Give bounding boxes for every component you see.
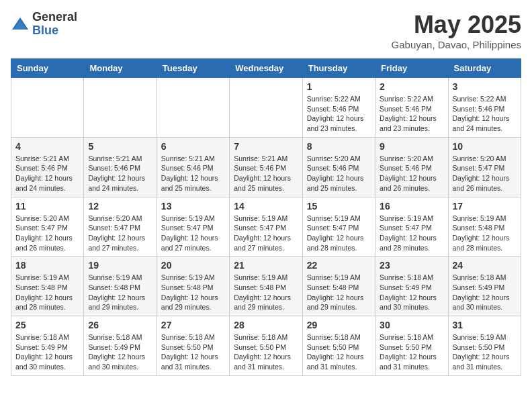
day-info: Sunrise: 5:21 AM Sunset: 5:46 PM Dayligh… (88, 154, 152, 193)
calendar-cell: 30Sunrise: 5:18 AM Sunset: 5:50 PM Dayli… (375, 316, 448, 376)
day-info: Sunrise: 5:22 AM Sunset: 5:46 PM Dayligh… (453, 94, 517, 134)
header-sunday: Sunday (11, 59, 84, 78)
calendar-cell (157, 78, 229, 138)
calendar-cell: 14Sunrise: 5:19 AM Sunset: 5:47 PM Dayli… (230, 197, 302, 257)
day-number: 6 (161, 141, 225, 152)
calendar-cell: 31Sunrise: 5:19 AM Sunset: 5:50 PM Dayli… (448, 316, 521, 376)
day-info: Sunrise: 5:21 AM Sunset: 5:46 PM Dayligh… (15, 154, 79, 193)
week-row-2: 11Sunrise: 5:20 AM Sunset: 5:47 PM Dayli… (11, 197, 521, 257)
day-info: Sunrise: 5:18 AM Sunset: 5:50 PM Dayligh… (307, 332, 371, 372)
day-number: 5 (88, 141, 152, 152)
calendar-cell: 28Sunrise: 5:18 AM Sunset: 5:50 PM Dayli… (230, 316, 302, 376)
day-info: Sunrise: 5:19 AM Sunset: 5:48 PM Dayligh… (307, 273, 371, 312)
calendar-cell: 1Sunrise: 5:22 AM Sunset: 5:46 PM Daylig… (302, 78, 375, 138)
day-number: 23 (380, 260, 443, 271)
day-number: 28 (234, 320, 298, 330)
day-info: Sunrise: 5:20 AM Sunset: 5:46 PM Dayligh… (307, 154, 371, 193)
day-number: 12 (88, 201, 152, 212)
title-block: May 2025 Gabuyan, Davao, Philippines (392, 11, 521, 50)
logo-blue-text: Blue (32, 24, 77, 38)
week-row-3: 18Sunrise: 5:19 AM Sunset: 5:48 PM Dayli… (11, 257, 521, 316)
calendar-cell: 25Sunrise: 5:18 AM Sunset: 5:49 PM Dayli… (11, 316, 84, 376)
day-info: Sunrise: 5:18 AM Sunset: 5:50 PM Dayligh… (380, 332, 443, 372)
day-info: Sunrise: 5:21 AM Sunset: 5:46 PM Dayligh… (234, 154, 298, 193)
logo-icon (11, 15, 30, 34)
day-info: Sunrise: 5:20 AM Sunset: 5:46 PM Dayligh… (380, 154, 443, 193)
day-number: 17 (453, 201, 517, 212)
day-info: Sunrise: 5:19 AM Sunset: 5:47 PM Dayligh… (380, 214, 443, 253)
day-info: Sunrise: 5:18 AM Sunset: 5:50 PM Dayligh… (234, 332, 298, 372)
calendar-cell: 23Sunrise: 5:18 AM Sunset: 5:49 PM Dayli… (375, 257, 448, 316)
month-title: May 2025 (392, 11, 521, 39)
day-number: 21 (234, 260, 298, 271)
day-number: 30 (380, 320, 443, 330)
day-info: Sunrise: 5:18 AM Sunset: 5:50 PM Dayligh… (161, 332, 225, 372)
calendar-cell: 7Sunrise: 5:21 AM Sunset: 5:46 PM Daylig… (230, 137, 302, 197)
week-row-4: 25Sunrise: 5:18 AM Sunset: 5:49 PM Dayli… (11, 316, 521, 376)
calendar-cell: 20Sunrise: 5:19 AM Sunset: 5:48 PM Dayli… (157, 257, 229, 316)
day-number: 7 (234, 141, 298, 152)
calendar-cell: 2Sunrise: 5:22 AM Sunset: 5:46 PM Daylig… (375, 78, 448, 138)
calendar-cell: 13Sunrise: 5:19 AM Sunset: 5:47 PM Dayli… (157, 197, 229, 257)
header-wednesday: Wednesday (230, 59, 302, 78)
calendar-cell: 12Sunrise: 5:20 AM Sunset: 5:47 PM Dayli… (84, 197, 157, 257)
calendar-cell (11, 78, 84, 138)
calendar-cell: 19Sunrise: 5:19 AM Sunset: 5:48 PM Dayli… (84, 257, 157, 316)
day-info: Sunrise: 5:19 AM Sunset: 5:48 PM Dayligh… (453, 214, 517, 253)
day-number: 11 (15, 201, 79, 212)
day-number: 31 (453, 320, 517, 330)
calendar-cell (84, 78, 157, 138)
day-info: Sunrise: 5:21 AM Sunset: 5:46 PM Dayligh… (161, 154, 225, 193)
day-number: 3 (453, 81, 517, 92)
day-info: Sunrise: 5:19 AM Sunset: 5:47 PM Dayligh… (307, 214, 371, 253)
calendar-body: 1Sunrise: 5:22 AM Sunset: 5:46 PM Daylig… (11, 78, 521, 376)
day-info: Sunrise: 5:19 AM Sunset: 5:47 PM Dayligh… (234, 214, 298, 253)
calendar-header: SundayMondayTuesdayWednesdayThursdayFrid… (11, 59, 521, 78)
calendar-cell (230, 78, 302, 138)
calendar-cell: 10Sunrise: 5:20 AM Sunset: 5:47 PM Dayli… (448, 137, 521, 197)
calendar-cell: 27Sunrise: 5:18 AM Sunset: 5:50 PM Dayli… (157, 316, 229, 376)
day-info: Sunrise: 5:20 AM Sunset: 5:47 PM Dayligh… (88, 214, 152, 253)
calendar-cell: 21Sunrise: 5:19 AM Sunset: 5:48 PM Dayli… (230, 257, 302, 316)
calendar-cell: 4Sunrise: 5:21 AM Sunset: 5:46 PM Daylig… (11, 137, 84, 197)
day-number: 8 (307, 141, 371, 152)
header-friday: Friday (375, 59, 448, 78)
logo: General Blue (11, 11, 77, 38)
day-info: Sunrise: 5:19 AM Sunset: 5:47 PM Dayligh… (161, 214, 225, 253)
calendar-cell: 9Sunrise: 5:20 AM Sunset: 5:46 PM Daylig… (375, 137, 448, 197)
day-number: 10 (453, 141, 517, 152)
day-info: Sunrise: 5:19 AM Sunset: 5:48 PM Dayligh… (161, 273, 225, 312)
calendar-cell: 29Sunrise: 5:18 AM Sunset: 5:50 PM Dayli… (302, 316, 375, 376)
header-saturday: Saturday (448, 59, 521, 78)
day-number: 1 (307, 81, 371, 92)
calendar-cell: 26Sunrise: 5:18 AM Sunset: 5:49 PM Dayli… (84, 316, 157, 376)
day-info: Sunrise: 5:20 AM Sunset: 5:47 PM Dayligh… (453, 154, 517, 193)
day-info: Sunrise: 5:19 AM Sunset: 5:48 PM Dayligh… (234, 273, 298, 312)
week-row-1: 4Sunrise: 5:21 AM Sunset: 5:46 PM Daylig… (11, 137, 521, 197)
day-info: Sunrise: 5:18 AM Sunset: 5:49 PM Dayligh… (88, 332, 152, 372)
header-tuesday: Tuesday (157, 59, 229, 78)
day-info: Sunrise: 5:22 AM Sunset: 5:46 PM Dayligh… (307, 94, 371, 134)
calendar-cell: 6Sunrise: 5:21 AM Sunset: 5:46 PM Daylig… (157, 137, 229, 197)
day-number: 18 (15, 260, 79, 271)
header-thursday: Thursday (302, 59, 375, 78)
day-number: 13 (161, 201, 225, 212)
calendar-cell: 24Sunrise: 5:18 AM Sunset: 5:49 PM Dayli… (448, 257, 521, 316)
day-info: Sunrise: 5:18 AM Sunset: 5:49 PM Dayligh… (15, 332, 79, 372)
day-number: 14 (234, 201, 298, 212)
day-info: Sunrise: 5:18 AM Sunset: 5:49 PM Dayligh… (380, 273, 443, 312)
week-row-0: 1Sunrise: 5:22 AM Sunset: 5:46 PM Daylig… (11, 78, 521, 138)
day-info: Sunrise: 5:19 AM Sunset: 5:48 PM Dayligh… (88, 273, 152, 312)
calendar-cell: 15Sunrise: 5:19 AM Sunset: 5:47 PM Dayli… (302, 197, 375, 257)
calendar-cell: 17Sunrise: 5:19 AM Sunset: 5:48 PM Dayli… (448, 197, 521, 257)
day-number: 4 (15, 141, 79, 152)
header-monday: Monday (84, 59, 157, 78)
day-info: Sunrise: 5:18 AM Sunset: 5:49 PM Dayligh… (453, 273, 517, 312)
calendar-cell: 11Sunrise: 5:20 AM Sunset: 5:47 PM Dayli… (11, 197, 84, 257)
day-number: 24 (453, 260, 517, 271)
day-info: Sunrise: 5:22 AM Sunset: 5:46 PM Dayligh… (380, 94, 443, 134)
day-number: 19 (88, 260, 152, 271)
calendar-cell: 16Sunrise: 5:19 AM Sunset: 5:47 PM Dayli… (375, 197, 448, 257)
calendar-cell: 5Sunrise: 5:21 AM Sunset: 5:46 PM Daylig… (84, 137, 157, 197)
location-text: Gabuyan, Davao, Philippines (392, 39, 521, 50)
